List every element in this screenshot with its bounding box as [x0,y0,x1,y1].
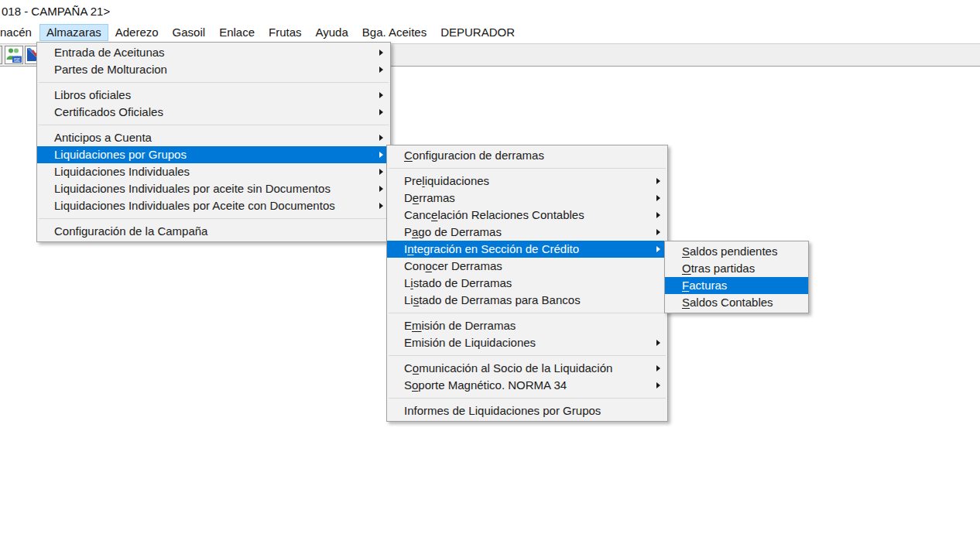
menu-item-configuracion-de-derramas[interactable]: Configuracion de derramas [387,147,667,164]
menu-item-conocer-derramas[interactable]: Conocer Derramas [387,258,667,275]
menu-separator [39,125,389,125]
submenu-arrow-icon [656,382,660,388]
menu-item-label: Soporte Magnético. NORMA 34 [404,378,567,392]
menu-item-label: Saldos pendientes [682,245,777,258]
menu-item-label: Listado de Derramas [404,276,512,289]
menu-item-otras-partidas[interactable]: Otras partidas [665,260,808,277]
submenu-arrow-icon [656,365,660,371]
menubar-item-nacen[interactable]: nacén [0,24,39,41]
menu-item-saldos-contables[interactable]: Saldos Contables [665,294,808,311]
menu-item-label: Emisión de Liquidaciones [404,336,536,349]
submenu-liquidaciones-por-grupos: Configuracion de derramasPreliquidacione… [386,145,668,422]
menu-separator [389,398,666,399]
menu-item-label: Certificados Oficiales [54,105,163,118]
menu-item-label: Preliquidaciones [404,174,489,187]
menu-item-label: Derramas [404,191,455,204]
members-group-icon: SE [5,46,22,63]
clipped-toolbar-button[interactable] [0,46,2,64]
menu-item-label: Libros oficiales [54,88,131,101]
menubar-item-depurador[interactable]: DEPURADOR [433,24,522,41]
menu-item-informes-de-liquidaciones-por-grupos[interactable]: Informes de Liquidaciones por Grupos [387,402,667,419]
menu-item-saldos-pendientes[interactable]: Saldos pendientes [665,243,808,260]
dropdown-menu-almazaras: Entrada de AceitunasPartes de Molturacio… [36,42,391,242]
menu-item-liquidaciones-individuales[interactable]: Liquidaciones Individuales [37,163,390,180]
app-window: 018 - CAMPAÑA 21> nacénAlmazarasAderezoG… [0,0,980,544]
menu-separator [39,218,389,219]
menu-item-certificados-oficiales[interactable]: Certificados Oficiales [37,104,390,121]
menu-item-liquidaciones-individuales-por-aceite-sin-documentos[interactable]: Liquidaciones Individuales por aceite si… [37,180,390,197]
menu-item-label: Integración en Sección de Crédito [404,242,579,255]
submenu-arrow-icon [656,195,660,201]
menu-item-label: Liquidaciones Individuales [54,165,190,178]
menu-item-label: Saldos Contables [682,296,773,309]
submenu-arrow-icon [656,246,660,252]
menu-item-label: Comunicación al Socio de la Liquidación [404,361,612,375]
menu-separator [389,168,666,169]
submenu-integracion-seccion-credito: Saldos pendientesOtras partidasFacturasS… [664,241,809,313]
menu-item-comunicacion-al-socio-de-la-liquidacion[interactable]: Comunicación al Socio de la Liquidación [387,360,667,377]
submenu-arrow-icon [379,50,383,56]
menu-item-liquidaciones-individuales-por-aceite-con-documentos[interactable]: Liquidaciones Individuales por Aceite co… [37,197,390,214]
menu-item-label: Facturas [682,279,727,292]
submenu-arrow-icon [379,92,383,98]
menu-item-label: Otras partidas [682,262,755,275]
menu-item-partes-de-molturacion[interactable]: Partes de Molturacion [37,61,390,78]
menu-item-label: Cancelación Relaciones Contables [404,208,584,221]
submenu-arrow-icon [379,109,383,115]
window-title: 018 - CAMPAÑA 21> [2,5,110,18]
menu-item-preliquidaciones[interactable]: Preliquidaciones [387,173,667,190]
submenu-arrow-icon [379,135,383,141]
menu-separator [389,355,666,356]
menu-item-label: Liquidaciones Individuales por Aceite co… [54,199,335,212]
menu-item-label: Anticipos a Cuenta [54,131,152,144]
menubar-item-bga-aceites[interactable]: Bga. Aceites [355,24,433,41]
menu-item-label: Partes de Molturacion [54,63,167,76]
submenu-arrow-icon [379,67,383,73]
menu-item-label: Configuración de la Campaña [54,224,207,238]
submenu-arrow-icon [379,186,383,192]
submenu-arrow-icon [656,178,660,184]
menubar-item-enlace[interactable]: Enlace [212,24,262,41]
submenu-arrow-icon [656,212,660,218]
menu-item-anticipos-a-cuenta[interactable]: Anticipos a Cuenta [37,129,390,146]
submenu-arrow-icon [379,203,383,209]
menu-item-listado-de-derramas[interactable]: Listado de Derramas [387,275,667,292]
menu-item-derramas[interactable]: Derramas [387,190,667,207]
menu-item-label: Configuracion de derramas [404,149,544,162]
submenu-arrow-icon [379,169,383,175]
menu-item-liquidaciones-por-grupos[interactable]: Liquidaciones por Grupos [37,146,390,163]
menu-separator [389,313,666,313]
toolbar-button-members[interactable]: SE [5,46,23,64]
menubar-item-frutas[interactable]: Frutas [262,24,309,41]
menu-item-configuracion-de-la-campana[interactable]: Configuración de la Campaña [37,223,390,240]
menubar-item-gasoil[interactable]: Gasoil [166,24,213,41]
submenu-arrow-icon [656,229,660,235]
menu-item-emision-de-derramas[interactable]: Emisión de Derramas [387,317,667,334]
menu-item-label: Emisión de Derramas [404,319,516,332]
menu-item-facturas[interactable]: Facturas [665,277,808,294]
menubar-item-almazaras[interactable]: Almazaras [39,24,108,41]
menu-separator [39,82,389,83]
menu-item-libros-oficiales[interactable]: Libros oficiales [37,87,390,104]
menu-item-soporte-magnetico-norma-34[interactable]: Soporte Magnético. NORMA 34 [387,377,667,394]
menu-item-label: Pago de Derramas [404,225,502,238]
menu-item-label: Liquidaciones Individuales por aceite si… [54,182,331,195]
menu-item-listado-de-derramas-para-bancos[interactable]: Listado de Derramas para Bancos [387,292,667,309]
menu-item-cancelacion-relaciones-contables[interactable]: Cancelación Relaciones Contables [387,207,667,224]
svg-text:SE: SE [14,57,21,63]
menu-item-label: Listado de Derramas para Bancos [404,293,581,306]
submenu-arrow-icon [656,340,660,346]
menubar-item-aderezo[interactable]: Aderezo [108,24,166,41]
menu-item-label: Conocer Derramas [404,259,502,272]
menubar-item-ayuda[interactable]: Ayuda [309,24,355,41]
menu-item-integracion-en-seccion-de-credito[interactable]: Integración en Sección de Crédito [387,241,667,258]
menu-item-label: Entrada de Aceitunas [54,46,165,59]
menu-bar: nacénAlmazarasAderezoGasoilEnlaceFrutasA… [0,24,980,41]
menu-item-emision-de-liquidaciones[interactable]: Emisión de Liquidaciones [387,334,667,351]
menu-item-label: Informes de Liquidaciones por Grupos [404,404,601,417]
submenu-arrow-icon [379,152,383,158]
menu-item-pago-de-derramas[interactable]: Pago de Derramas [387,224,667,241]
menu-item-entrada-de-aceitunas[interactable]: Entrada de Aceitunas [37,44,390,61]
menu-item-label: Liquidaciones por Grupos [54,148,187,161]
